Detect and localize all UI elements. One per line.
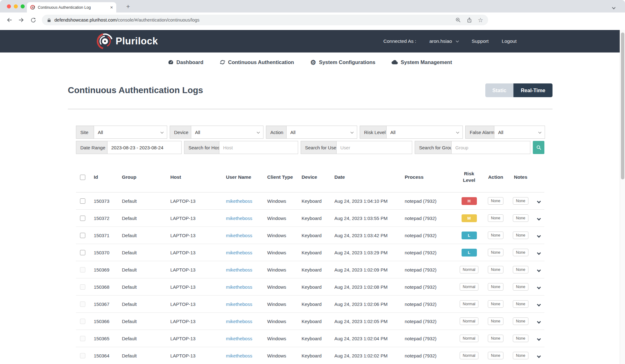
logout-link[interactable]: Logout <box>502 38 517 44</box>
notes-button[interactable]: None <box>513 214 528 222</box>
action-button[interactable]: None <box>488 283 503 291</box>
scrollbar-thumb[interactable] <box>621 32 624 179</box>
cell-host: LAPTOP-13 <box>168 284 223 290</box>
action-select[interactable]: All <box>286 126 357 139</box>
window-minimize-button[interactable] <box>14 4 18 8</box>
gear-icon: ⚙ <box>310 59 316 66</box>
user-link[interactable]: miketheboss <box>226 353 252 358</box>
share-button[interactable] <box>467 17 472 23</box>
url-bar[interactable]: defendshowcase.plurihost.com/console/#/a… <box>42 15 488 25</box>
row-checkbox[interactable] <box>80 198 85 204</box>
search-user-label: Search for User <box>301 141 336 154</box>
host-search-input[interactable] <box>219 141 298 154</box>
user-search-input[interactable] <box>336 141 412 154</box>
select-all-checkbox[interactable] <box>80 175 85 180</box>
cell-process: notepad (7932) <box>402 284 455 290</box>
action-button[interactable]: None <box>488 232 503 239</box>
nav-item-system-management[interactable]: System Management <box>392 59 452 65</box>
tabstrip-chevron-icon[interactable] <box>612 4 615 10</box>
expand-row-chevron-icon[interactable] <box>537 251 541 255</box>
back-button[interactable] <box>4 15 14 25</box>
nav-item-dashboard[interactable]: Dashboard <box>168 59 203 65</box>
cell-host: LAPTOP-13 <box>168 233 223 238</box>
row-checkbox <box>80 353 85 358</box>
user-link[interactable]: miketheboss <box>226 216 252 221</box>
new-tab-button[interactable]: + <box>124 2 132 11</box>
false-alarm-label: False Alarm <box>465 126 494 139</box>
search-host-label: Search for Host <box>184 141 219 154</box>
row-checkbox[interactable] <box>80 216 85 221</box>
expand-row-chevron-icon[interactable] <box>537 217 541 221</box>
static-button[interactable]: Static <box>485 83 514 97</box>
cell-process: notepad (7932) <box>402 353 455 358</box>
notes-button[interactable]: None <box>513 352 528 359</box>
risk-level-select[interactable]: All <box>386 126 463 139</box>
user-link[interactable]: miketheboss <box>226 267 252 272</box>
forward-button[interactable] <box>16 15 26 25</box>
reload-button[interactable] <box>28 15 38 25</box>
notes-button[interactable]: None <box>513 232 528 239</box>
action-button[interactable]: None <box>488 214 503 222</box>
page-scrollbar[interactable] <box>620 30 625 364</box>
user-menu[interactable]: aron.hsiao <box>429 38 458 44</box>
zoom-page-button[interactable] <box>455 17 461 23</box>
cell-client-type: Windows <box>264 284 299 290</box>
group-search-input[interactable] <box>451 141 530 154</box>
bookmark-button[interactable]: ☆ <box>478 17 483 23</box>
expand-row-chevron-icon[interactable] <box>537 268 541 272</box>
expand-row-chevron-icon[interactable] <box>537 354 541 358</box>
window-zoom-button[interactable] <box>21 4 25 8</box>
notes-button[interactable]: None <box>513 335 528 342</box>
action-button[interactable]: None <box>488 197 503 205</box>
notes-button[interactable]: None <box>513 266 528 273</box>
expand-row-chevron-icon[interactable] <box>537 199 541 203</box>
user-link[interactable]: miketheboss <box>226 198 252 204</box>
row-checkbox[interactable] <box>80 250 85 255</box>
action-button[interactable]: None <box>488 249 503 256</box>
notes-button[interactable]: None <box>513 197 528 205</box>
window-close-button[interactable] <box>7 4 11 8</box>
browser-tab[interactable]: Continuous Authentication Log ✕ <box>27 2 116 12</box>
user-link[interactable]: miketheboss <box>226 250 252 255</box>
search-button[interactable] <box>533 141 544 154</box>
plurilock-logo: Plurilock <box>96 32 158 50</box>
filter-search-host: Search for Host <box>184 141 298 154</box>
nav-item-system-configurations[interactable]: ⚙ System Configurations <box>310 59 375 66</box>
action-button[interactable]: None <box>488 266 503 273</box>
cell-client-type: Windows <box>264 267 299 272</box>
notes-button[interactable]: None <box>513 249 528 256</box>
user-link[interactable]: miketheboss <box>226 319 252 324</box>
expand-row-chevron-icon[interactable] <box>537 320 541 324</box>
row-checkbox[interactable] <box>80 233 85 238</box>
col-header-group: Group <box>119 174 168 180</box>
support-link[interactable]: Support <box>472 38 488 44</box>
action-button[interactable]: None <box>488 352 503 359</box>
notes-button[interactable]: None <box>513 300 528 308</box>
action-button[interactable]: None <box>488 300 503 308</box>
risk-level-badge: Normal <box>460 352 478 359</box>
expand-row-chevron-icon[interactable] <box>537 234 541 238</box>
user-link[interactable]: miketheboss <box>226 284 252 290</box>
tab-close-icon[interactable]: ✕ <box>110 5 113 10</box>
notes-button[interactable]: None <box>513 317 528 325</box>
date-range-input[interactable] <box>107 141 182 154</box>
site-label: Site <box>76 126 94 139</box>
notes-button[interactable]: None <box>513 283 528 291</box>
user-link[interactable]: miketheboss <box>226 233 252 238</box>
nav-item-continuous-authentication[interactable]: Continuous Authentication <box>220 59 294 65</box>
cell-client-type: Windows <box>264 319 299 324</box>
main-nav: Dashboard Continuous Authentication ⚙ Sy… <box>0 52 620 72</box>
expand-row-chevron-icon[interactable] <box>537 337 541 341</box>
user-link[interactable]: miketheboss <box>226 302 252 307</box>
action-button[interactable]: None <box>488 335 503 342</box>
expand-row-chevron-icon[interactable] <box>537 302 541 307</box>
expand-row-chevron-icon[interactable] <box>537 285 541 289</box>
user-link[interactable]: miketheboss <box>226 336 252 341</box>
false-alarm-select[interactable]: All <box>494 126 545 139</box>
action-button[interactable]: None <box>488 317 503 325</box>
device-select[interactable]: All <box>191 126 263 139</box>
table-body: 150373 Default LAPTOP-13 miketheboss Win… <box>76 192 544 364</box>
realtime-button[interactable]: Real-Time <box>513 83 552 97</box>
cell-date: Aug 24, 2023 1:03:29 PM <box>332 250 402 255</box>
site-select[interactable]: All <box>94 126 167 139</box>
